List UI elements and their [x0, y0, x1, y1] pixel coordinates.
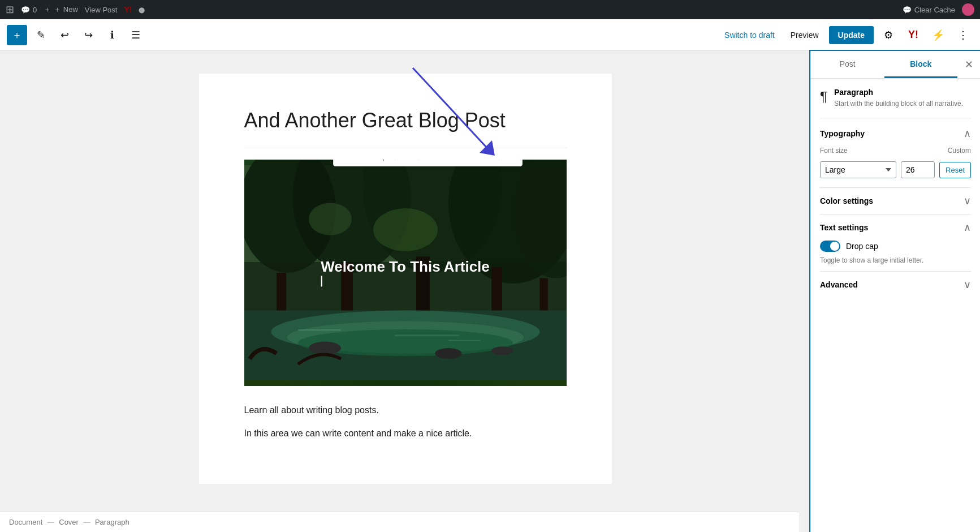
- svg-rect-23: [448, 340, 481, 341]
- color-divider: [820, 214, 971, 214]
- svg-point-7: [373, 208, 438, 251]
- editor-canvas: And Another Great Blog Post: [199, 74, 612, 484]
- admin-circle[interactable]: ⬤: [139, 7, 145, 13]
- breadcrumb: Document — Cover — Paragraph: [0, 512, 799, 532]
- admin-comments[interactable]: 💬0: [21, 6, 37, 14]
- svg-rect-21: [298, 329, 341, 331]
- font-size-label: Font size: [820, 147, 848, 155]
- svg-rect-22: [395, 334, 459, 336]
- svg-point-20: [491, 346, 513, 355]
- drag-handle-button[interactable]: ⠿: [355, 160, 373, 164]
- redo-button[interactable]: ↪: [78, 25, 98, 45]
- panel-close-button[interactable]: ✕: [957, 51, 980, 78]
- toolbar-sep-3: [499, 160, 499, 160]
- text-settings-label: Text settings: [820, 223, 868, 232]
- bold-button[interactable]: B: [421, 160, 439, 164]
- list-view-button[interactable]: ☰: [126, 25, 146, 45]
- cover-block[interactable]: ¶ ⠿ ▲▼ ≡ B I 🔗 ▾ ⋮: [244, 160, 567, 386]
- paragraph-description: Start with the building block of all nar…: [834, 99, 963, 109]
- svg-point-18: [309, 341, 341, 354]
- more-options-button[interactable]: ⋮: [953, 25, 973, 45]
- editor-area[interactable]: And Another Great Blog Post: [0, 51, 810, 532]
- admin-wp-logo[interactable]: ⊞: [6, 3, 14, 16]
- text-settings-toggle[interactable]: ∧: [964, 221, 971, 234]
- add-block-button[interactable]: ＋: [7, 25, 27, 45]
- panel-content: ¶ Paragraph Start with the building bloc…: [811, 79, 980, 532]
- settings-button[interactable]: ⚙: [878, 25, 899, 45]
- text-cursor: [321, 276, 322, 286]
- admin-view-post[interactable]: View Post: [85, 6, 118, 14]
- font-size-select[interactable]: Small Medium Large X-Large: [820, 161, 896, 178]
- color-settings-label: Color settings: [820, 196, 873, 205]
- switch-to-draft-button[interactable]: Switch to draft: [719, 27, 780, 43]
- typography-label: Typography: [820, 129, 865, 138]
- editor-toolbar: ＋ ✎ ↩ ↪ ℹ ☰ Switch to draft Preview Upda…: [0, 19, 980, 51]
- right-panel: Post Block ✕ ¶ Paragraph Start with the …: [810, 51, 980, 532]
- post-title[interactable]: And Another Great Blog Post: [244, 108, 567, 134]
- cover-text: Welcome To This Article: [321, 258, 490, 275]
- drop-cap-toggle[interactable]: [820, 241, 840, 252]
- advanced-header[interactable]: Advanced ∨: [820, 278, 971, 291]
- advanced-section: Advanced ∨: [820, 278, 971, 291]
- preview-button[interactable]: Preview: [785, 27, 824, 43]
- breadcrumb-item-paragraph[interactable]: Paragraph: [95, 518, 129, 526]
- admin-bar-right: 💬 Clear Cache: [903, 3, 974, 16]
- drop-cap-label: Drop cap: [846, 242, 878, 251]
- bolt-button[interactable]: ⚡: [928, 25, 948, 45]
- info-button[interactable]: ℹ: [102, 25, 122, 45]
- text-settings-divider: [820, 271, 971, 272]
- svg-point-8: [309, 203, 352, 235]
- breadcrumb-sep-1: —: [47, 518, 54, 526]
- custom-label: Custom: [948, 147, 971, 155]
- reset-font-size-button[interactable]: Reset: [939, 162, 971, 178]
- advanced-toggle[interactable]: ∨: [964, 278, 971, 291]
- typography-divider: [820, 187, 971, 188]
- tools-button[interactable]: ✎: [31, 25, 51, 45]
- custom-font-size-input[interactable]: [901, 161, 935, 178]
- title-separator: [244, 148, 567, 148]
- paragraph-info-section: ¶ Paragraph Start with the building bloc…: [820, 88, 971, 118]
- typography-toggle[interactable]: ∧: [964, 127, 971, 140]
- paragraph-title: Paragraph: [834, 88, 963, 97]
- drop-cap-description: Toggle to show a large initial letter.: [820, 256, 971, 264]
- paragraph-info: Paragraph Start with the building block …: [834, 88, 963, 109]
- color-settings-section: Color settings ∨: [820, 195, 971, 207]
- admin-yoast[interactable]: Y!: [124, 5, 132, 14]
- drop-cap-row: Drop cap: [820, 241, 971, 252]
- clear-cache-button[interactable]: 💬 Clear Cache: [903, 6, 955, 14]
- undo-button[interactable]: ↩: [54, 25, 75, 45]
- body-text-2: In this area we can write content and ma…: [244, 426, 567, 441]
- admin-user-avatar[interactable]: [962, 3, 974, 16]
- toolbar-right: Switch to draft Preview Update ⚙ Y! ⚡ ⋮: [719, 25, 973, 45]
- panel-tabs: Post Block ✕: [811, 51, 980, 79]
- align-button[interactable]: ≡: [398, 160, 416, 164]
- text-settings-section: Text settings ∧ Drop cap Toggle to show …: [820, 221, 971, 264]
- toolbar-sep-1: [395, 160, 395, 160]
- link-button[interactable]: 🔗: [459, 160, 477, 164]
- yoast-button[interactable]: Y!: [903, 25, 923, 45]
- breadcrumb-item-document[interactable]: Document: [9, 518, 42, 526]
- cover-text-area[interactable]: Welcome To This Article: [321, 258, 490, 287]
- tab-post[interactable]: Post: [811, 51, 884, 78]
- font-size-row: Small Medium Large X-Large Reset: [820, 161, 971, 178]
- italic-button[interactable]: I: [440, 160, 458, 164]
- typography-header[interactable]: Typography ∧: [820, 127, 971, 140]
- move-button[interactable]: ▲▼: [374, 160, 392, 164]
- admin-bar: ⊞ 💬0 ＋＋ New View Post Y! ⬤ 💬 Clear Cache: [0, 0, 980, 19]
- tab-block[interactable]: Block: [884, 51, 958, 78]
- color-settings-header[interactable]: Color settings ∨: [820, 195, 971, 207]
- paragraph-type-button[interactable]: ¶: [336, 160, 354, 164]
- more-rich-text-button[interactable]: ▾: [478, 160, 497, 164]
- svg-point-19: [435, 348, 462, 359]
- block-more-options-button[interactable]: ⋮: [502, 160, 520, 164]
- breadcrumb-item-cover[interactable]: Cover: [59, 518, 79, 526]
- update-button[interactable]: Update: [829, 26, 874, 44]
- typography-section: Typography ∧ Font size Custom Small Medi…: [820, 127, 971, 178]
- admin-new[interactable]: ＋＋ New: [44, 5, 78, 15]
- toggle-knob: [830, 242, 839, 251]
- toolbar-sep-2: [418, 160, 418, 160]
- text-settings-header[interactable]: Text settings ∧: [820, 221, 971, 234]
- color-settings-toggle[interactable]: ∨: [964, 195, 971, 207]
- advanced-label: Advanced: [820, 280, 858, 289]
- body-text-1: Learn all about writing blog posts.: [244, 403, 567, 418]
